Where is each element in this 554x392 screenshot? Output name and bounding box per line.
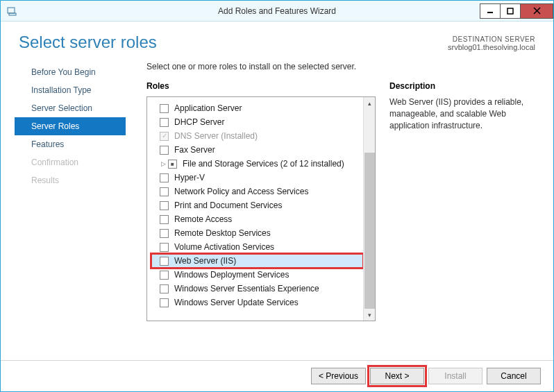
role-item[interactable]: Windows Server Update Services bbox=[151, 296, 363, 309]
app-icon bbox=[5, 4, 19, 18]
checkbox bbox=[160, 132, 169, 141]
previous-button[interactable]: < Previous bbox=[311, 368, 366, 384]
role-label: Remote Desktop Services bbox=[174, 228, 271, 238]
role-item[interactable]: ▷File and Storage Services (2 of 12 inst… bbox=[151, 157, 363, 171]
role-label: Windows Server Essentials Experience bbox=[174, 284, 319, 293]
titlebar: Add Roles and Features Wizard bbox=[1, 1, 553, 22]
roles-column: Roles Application ServerDHCP ServerDNS S… bbox=[146, 81, 376, 360]
destination-value: srvblog01.thesolving.local bbox=[448, 43, 535, 51]
role-item[interactable]: Hyper-V bbox=[151, 171, 363, 185]
instruction-text: Select one or more roles to install on t… bbox=[146, 58, 537, 81]
role-label: Remote Access bbox=[174, 214, 232, 224]
window-title: Add Roles and Features Wizard bbox=[1, 6, 553, 16]
role-item[interactable]: Remote Access bbox=[151, 212, 363, 226]
button-row: < Previous Next > Install Cancel bbox=[1, 360, 553, 391]
destination-server: DESTINATION SERVER srvblog01.thesolving.… bbox=[448, 33, 535, 52]
nav-before-you-begin[interactable]: Before You Begin bbox=[1, 63, 126, 81]
nav-installation-type[interactable]: Installation Type bbox=[1, 81, 126, 99]
destination-label: DESTINATION SERVER bbox=[448, 35, 535, 43]
role-label: Application Server bbox=[174, 103, 242, 113]
checkbox[interactable] bbox=[160, 271, 169, 280]
role-label: Windows Deployment Services bbox=[174, 270, 289, 280]
checkbox[interactable] bbox=[160, 229, 169, 238]
close-button[interactable] bbox=[520, 3, 553, 19]
role-item[interactable]: Fax Server bbox=[151, 143, 363, 157]
role-item[interactable]: Windows Deployment Services bbox=[151, 268, 363, 282]
role-item[interactable]: Web Server (IIS) bbox=[151, 254, 363, 268]
role-item[interactable]: Print and Document Services bbox=[151, 198, 363, 212]
columns: Roles Application ServerDHCP ServerDNS S… bbox=[146, 81, 537, 360]
next-button[interactable]: Next > bbox=[370, 368, 424, 384]
role-item[interactable]: DNS Server (Installed) bbox=[151, 129, 363, 143]
role-item[interactable]: Volume Activation Services bbox=[151, 240, 363, 254]
page-title: Select server roles bbox=[19, 33, 157, 52]
scroll-thumb[interactable] bbox=[364, 153, 375, 309]
checkbox[interactable] bbox=[160, 173, 169, 182]
role-item[interactable]: Windows Server Essentials Experience bbox=[151, 282, 363, 296]
minimize-button[interactable] bbox=[480, 3, 501, 19]
nav-results: Results bbox=[1, 171, 126, 189]
role-label: Web Server (IIS) bbox=[174, 256, 236, 266]
role-label: Windows Server Update Services bbox=[174, 298, 299, 307]
nav-confirmation: Confirmation bbox=[1, 153, 126, 171]
description-title: Description bbox=[389, 81, 537, 91]
role-item[interactable]: DHCP Server bbox=[151, 115, 363, 129]
roles-listbox: Application ServerDHCP ServerDNS Server … bbox=[146, 96, 376, 321]
description-column: Description Web Server (IIS) provides a … bbox=[389, 81, 537, 360]
role-label: Network Policy and Access Services bbox=[174, 187, 308, 196]
svg-rect-1 bbox=[9, 13, 16, 15]
nav-features[interactable]: Features bbox=[1, 135, 126, 153]
nav-sidebar: Before You Begin Installation Type Serve… bbox=[1, 58, 126, 360]
role-label: Hyper-V bbox=[174, 173, 205, 182]
role-label: File and Storage Services (2 of 12 insta… bbox=[183, 159, 344, 169]
role-label: Print and Document Services bbox=[174, 201, 282, 210]
checkbox[interactable] bbox=[160, 187, 169, 196]
client-area: Select server roles DESTINATION SERVER s… bbox=[1, 22, 553, 391]
roles-list[interactable]: Application ServerDHCP ServerDNS Server … bbox=[147, 97, 363, 321]
checkbox[interactable] bbox=[160, 215, 169, 224]
nav-server-selection[interactable]: Server Selection bbox=[1, 99, 126, 117]
svg-rect-3 bbox=[507, 8, 513, 14]
checkbox[interactable] bbox=[168, 160, 177, 169]
role-item[interactable]: Network Policy and Access Services bbox=[151, 185, 363, 198]
checkbox[interactable] bbox=[160, 243, 169, 252]
role-label: DNS Server (Installed) bbox=[174, 131, 258, 141]
nav-server-roles[interactable]: Server Roles bbox=[15, 117, 126, 135]
checkbox[interactable] bbox=[160, 257, 169, 266]
checkbox[interactable] bbox=[160, 146, 169, 155]
scrollbar[interactable]: ▴ ▾ bbox=[363, 97, 375, 321]
description-text: Web Server (IIS) provides a reliable, ma… bbox=[389, 96, 537, 131]
body-area: Before You Begin Installation Type Serve… bbox=[1, 58, 553, 360]
checkbox[interactable] bbox=[160, 284, 169, 293]
main-panel: Select one or more roles to install on t… bbox=[126, 58, 537, 360]
wizard-window: Add Roles and Features Wizard Select ser… bbox=[0, 0, 554, 392]
checkbox[interactable] bbox=[160, 118, 169, 127]
role-label: DHCP Server bbox=[174, 117, 224, 127]
checkbox[interactable] bbox=[160, 298, 169, 307]
cancel-button[interactable]: Cancel bbox=[487, 368, 541, 384]
role-label: Volume Activation Services bbox=[174, 242, 274, 252]
checkbox[interactable] bbox=[160, 104, 169, 113]
role-item[interactable]: Remote Desktop Services bbox=[151, 226, 363, 240]
maximize-button[interactable] bbox=[500, 3, 521, 19]
window-buttons bbox=[480, 3, 553, 19]
role-item[interactable]: Application Server bbox=[151, 101, 363, 115]
role-label: Fax Server bbox=[174, 145, 215, 155]
install-button: Install bbox=[428, 368, 482, 384]
checkbox[interactable] bbox=[160, 201, 169, 210]
scroll-up-icon[interactable]: ▴ bbox=[364, 97, 375, 109]
expand-icon[interactable]: ▷ bbox=[160, 160, 167, 167]
header-area: Select server roles DESTINATION SERVER s… bbox=[1, 22, 553, 58]
roles-title: Roles bbox=[146, 81, 376, 91]
svg-rect-0 bbox=[8, 8, 15, 13]
scroll-down-icon[interactable]: ▾ bbox=[364, 309, 375, 321]
